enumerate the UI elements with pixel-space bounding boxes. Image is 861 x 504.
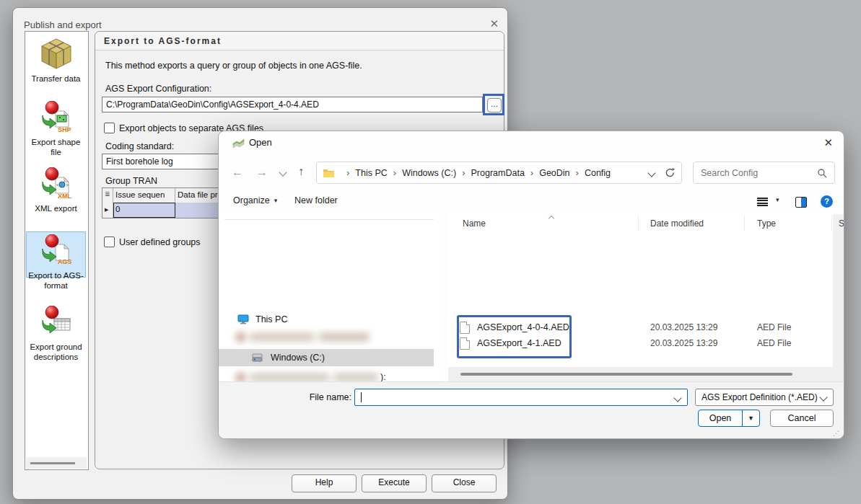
view-mode-dropdown[interactable]: ▾ bbox=[776, 196, 779, 203]
search-placeholder: Search Config bbox=[701, 168, 758, 178]
open-dialog-title: Open bbox=[249, 137, 272, 148]
file-list-horizontal-scrollbar[interactable] bbox=[448, 367, 844, 381]
svg-text:XML: XML bbox=[58, 193, 72, 200]
folder-icon bbox=[323, 168, 335, 178]
export-shp-icon: SHP bbox=[40, 101, 73, 134]
export-xml-icon: < > XML bbox=[40, 167, 73, 200]
sidebar-scrollbar-thumb[interactable] bbox=[30, 462, 75, 464]
up-icon[interactable]: ↑ bbox=[298, 165, 304, 178]
column-separator bbox=[744, 216, 745, 231]
file-type-select[interactable]: AGS Export Definition (*.AED) bbox=[695, 389, 834, 406]
address-dropdown-chevron-icon[interactable] bbox=[647, 169, 655, 177]
chevron-down-icon: ▾ bbox=[776, 196, 779, 203]
geodin-logo-icon bbox=[232, 137, 245, 149]
breadcrumb-this-pc[interactable]: This PC bbox=[355, 168, 387, 178]
checkbox-user-defined-groups[interactable]: User defined groups bbox=[104, 236, 201, 247]
file-list-pane: Name Date modified Type S AGSExport_4-0-… bbox=[448, 214, 844, 381]
column-header-type[interactable]: Type bbox=[757, 218, 776, 229]
open-split-arrow-icon[interactable]: ▼ bbox=[743, 410, 759, 426]
column-header-name[interactable]: Name bbox=[463, 218, 486, 229]
close-icon[interactable]: ✕ bbox=[489, 17, 499, 30]
redacted-drive-suffix: ): bbox=[380, 372, 386, 381]
navigation-pane: This PC Windows (C:) ): bbox=[219, 214, 440, 381]
refresh-icon[interactable] bbox=[665, 167, 676, 178]
help-button-open-dialog[interactable]: ? bbox=[821, 195, 833, 208]
forward-icon[interactable]: → bbox=[256, 166, 268, 179]
grid-cell-issue-sequence[interactable]: 0 bbox=[113, 203, 175, 218]
svg-text:AGS: AGS bbox=[58, 258, 72, 265]
sidebar-item-transfer-data[interactable]: Transfer data bbox=[26, 36, 86, 84]
help-icon: ? bbox=[821, 195, 833, 208]
svg-text:>: > bbox=[66, 182, 69, 187]
checkbox-box[interactable] bbox=[104, 123, 115, 133]
svg-text:<: < bbox=[56, 182, 59, 187]
help-button[interactable]: Help bbox=[292, 474, 357, 492]
column-separator bbox=[831, 216, 832, 231]
organize-dropdown-icon: ▾ bbox=[274, 197, 278, 204]
column-header-date-modified[interactable]: Date modified bbox=[650, 218, 704, 229]
column-separator bbox=[638, 216, 639, 231]
redacted-nav-item bbox=[236, 373, 378, 381]
file-name-input[interactable] bbox=[354, 389, 688, 406]
execute-button[interactable]: Execute bbox=[362, 474, 427, 492]
svg-text:SHP: SHP bbox=[58, 126, 71, 133]
grid-col-issue-sequence[interactable]: Issue sequen bbox=[113, 188, 175, 203]
pane-separator bbox=[224, 219, 434, 220]
checkbox-box[interactable] bbox=[104, 236, 115, 247]
panel-header: Export to AGS-format bbox=[95, 32, 504, 50]
sidebar-item-xml-export[interactable]: < > XML XML export bbox=[26, 167, 86, 213]
drive-icon bbox=[252, 353, 264, 363]
sort-ascending-icon bbox=[548, 216, 554, 221]
nav-item-this-pc[interactable]: This PC bbox=[237, 314, 287, 324]
annotation-box-browse: … bbox=[483, 94, 504, 115]
export-ags-icon: AGS bbox=[40, 234, 73, 268]
file-list-vertical-scrollbar[interactable] bbox=[833, 214, 844, 381]
back-icon[interactable]: ← bbox=[232, 166, 243, 179]
toolbar: Organize ▾ New folder ▾ ? bbox=[219, 192, 844, 213]
breadcrumb[interactable]: › This PC › Windows (C:) › ProgramData ›… bbox=[316, 162, 682, 184]
open-dialog-footer: File name: AGS Export Definition (*.AED)… bbox=[219, 381, 844, 439]
recent-locations-chevron-icon[interactable] bbox=[279, 168, 287, 176]
sidebar-horizontal-scrollbar[interactable] bbox=[26, 457, 87, 469]
organize-menu[interactable]: Organize ▾ bbox=[233, 195, 277, 205]
config-path-input[interactable]: C:\ProgramData\GeoDin\Config\AGSExport_4… bbox=[102, 97, 483, 112]
file-name-dropdown-chevron-icon[interactable] bbox=[673, 394, 681, 402]
file-name-label: File name: bbox=[279, 392, 351, 402]
column-header-size[interactable]: S bbox=[839, 218, 844, 229]
grid-corner-icon: ≣ bbox=[102, 188, 113, 203]
export-grid-icon bbox=[40, 306, 73, 339]
open-file-dialog: Open ✕ ← → ↑ › This PC › Windows (C:) › … bbox=[218, 131, 844, 439]
close-button[interactable]: Close bbox=[432, 474, 497, 492]
breadcrumb-geodin[interactable]: GeoDin bbox=[539, 168, 569, 178]
breadcrumb-config[interactable]: Config bbox=[585, 168, 611, 178]
coding-standard-label: Coding standard: bbox=[105, 141, 174, 151]
text-caret bbox=[361, 392, 362, 402]
search-input[interactable]: Search Config bbox=[693, 162, 835, 184]
breadcrumb-programdata[interactable]: ProgramData bbox=[471, 168, 525, 178]
sidebar-item-export-shape-file[interactable]: SHP Export shape file bbox=[26, 101, 86, 157]
preview-pane-button[interactable] bbox=[795, 197, 807, 208]
redacted-nav-item bbox=[236, 332, 370, 342]
this-pc-icon bbox=[237, 314, 249, 324]
breadcrumb-windows-c[interactable]: Windows (C:) bbox=[402, 168, 456, 178]
group-tran-label: Group TRAN bbox=[105, 176, 157, 186]
horizontal-scrollbar-thumb[interactable] bbox=[460, 373, 792, 376]
sidebar-item-export-ags[interactable]: AGS Export to AGS-format bbox=[26, 234, 86, 291]
browse-button[interactable]: … bbox=[487, 98, 502, 112]
file-type-chevron-icon bbox=[819, 393, 827, 401]
view-mode-button[interactable] bbox=[757, 198, 768, 206]
resize-grip[interactable]: ⋰ bbox=[833, 430, 840, 437]
open-button[interactable]: Open ▼ bbox=[698, 410, 760, 427]
publish-dialog-title: Publish and export bbox=[24, 19, 102, 30]
preview-pane-icon bbox=[795, 197, 807, 208]
panel-description: This method exports a query or group of … bbox=[105, 61, 362, 71]
panel-header-title: Export to AGS-format bbox=[104, 36, 222, 46]
list-view-icon bbox=[757, 198, 768, 206]
sidebar-item-export-ground-descriptions[interactable]: Export ground descriptions bbox=[26, 306, 86, 362]
close-icon[interactable]: ✕ bbox=[823, 136, 833, 149]
new-folder-button[interactable]: New folder bbox=[294, 195, 338, 205]
search-icon bbox=[817, 168, 827, 178]
export-methods-sidebar: Transfer data SHP Export shape file < > bbox=[25, 31, 89, 470]
cancel-button[interactable]: Cancel bbox=[770, 410, 834, 427]
nav-item-windows-c[interactable]: Windows (C:) bbox=[219, 349, 434, 366]
